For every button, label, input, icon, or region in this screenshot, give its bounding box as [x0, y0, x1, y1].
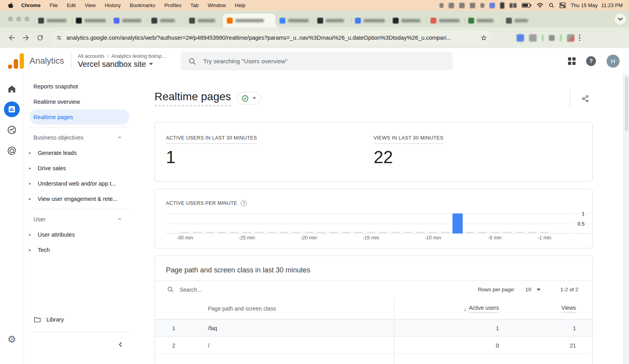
close-window-button[interactable] — [8, 17, 13, 22]
reports-icon[interactable] — [4, 101, 20, 117]
help-circle-icon[interactable]: ? — [241, 200, 247, 206]
extension-icon[interactable] — [549, 35, 555, 41]
advertising-icon[interactable] — [7, 146, 17, 156]
sidebar-item-tech[interactable]: ▸Tech — [24, 242, 134, 257]
menu-edit[interactable]: Edit — [67, 2, 75, 8]
tab[interactable] — [464, 14, 502, 28]
back-button[interactable] — [5, 31, 19, 45]
site-settings-icon[interactable] — [56, 35, 62, 41]
menu-view[interactable]: View — [85, 2, 96, 8]
status-app-icon[interactable] — [480, 3, 484, 8]
tab[interactable] — [313, 14, 351, 28]
rows-per-page-value[interactable]: 10 — [525, 287, 531, 292]
tab[interactable] — [72, 14, 110, 28]
control-center-icon[interactable] — [559, 2, 566, 8]
sidebar-section-user[interactable]: User — [24, 211, 134, 227]
analytics-search-input[interactable] — [202, 57, 446, 65]
avatar[interactable]: H — [607, 55, 620, 68]
breadcrumb-root[interactable]: All accounts — [78, 53, 104, 59]
minimize-window-button[interactable] — [16, 17, 21, 22]
diagnostics-grid-icon[interactable] — [568, 57, 576, 65]
sidebar-item-realtime-pages[interactable]: Realtime pages — [29, 109, 129, 125]
wifi-icon[interactable] — [537, 3, 543, 8]
status-app-icon[interactable] — [489, 3, 495, 8]
analytics-search-bar[interactable] — [181, 52, 453, 70]
sidebar-item-realtime-overview[interactable]: Realtime overview — [24, 94, 134, 109]
property-selector[interactable]: All accounts Analytics testing bot/sp...… — [78, 53, 166, 69]
tab[interactable] — [185, 14, 223, 28]
status-app-icon[interactable] — [470, 3, 475, 8]
tab[interactable] — [110, 14, 147, 28]
tab[interactable] — [427, 14, 464, 28]
column-header-page-path[interactable]: Page path and screen class — [205, 305, 394, 312]
forward-button[interactable] — [19, 31, 33, 45]
battery-icon[interactable] — [522, 3, 532, 8]
zoom-window-button[interactable] — [24, 17, 29, 22]
home-icon[interactable] — [7, 84, 17, 94]
tab[interactable] — [502, 14, 540, 28]
rows-per-page-caret-icon[interactable] — [537, 289, 541, 291]
tab[interactable] — [276, 14, 313, 28]
tab[interactable] — [34, 14, 72, 28]
menu-file[interactable]: File — [50, 2, 58, 8]
menu-window[interactable]: Window — [208, 2, 226, 8]
scrollbar-thumb[interactable] — [625, 76, 628, 131]
metric-label[interactable]: VIEWS IN LAST 30 MINUTES — [374, 135, 443, 144]
menu-history[interactable]: History — [105, 2, 120, 8]
table-search-input[interactable] — [179, 286, 306, 293]
tab[interactable] — [389, 14, 427, 28]
page-scrollbar[interactable] — [623, 74, 629, 364]
column-header-active-users[interactable]: ↓ Active users — [463, 305, 499, 313]
status-app-icon[interactable] — [509, 3, 517, 8]
status-app-icon[interactable] — [440, 3, 443, 8]
table-search[interactable] — [167, 286, 306, 293]
sidebar-item-library[interactable]: Library — [24, 312, 134, 327]
apple-menu-icon[interactable] — [8, 2, 13, 9]
extension-icon[interactable] — [560, 35, 562, 41]
menu-clock[interactable]: Thu 15 May 11:23 PM — [571, 2, 623, 8]
table-row[interactable]: 1/faq11 — [155, 320, 592, 337]
url-text[interactable]: analytics.google.com/analytics/web/?auth… — [66, 35, 476, 41]
status-app-icon[interactable] — [449, 3, 454, 8]
menu-profiles[interactable]: Profiles — [164, 2, 181, 8]
menu-bookmarks[interactable]: Bookmarks — [130, 2, 155, 8]
reload-button[interactable] — [33, 31, 47, 45]
sidebar-item-reports-snapshot[interactable]: Reports snapshot — [24, 79, 134, 94]
menu-help[interactable]: Help — [235, 2, 246, 8]
metric-label[interactable]: ACTIVE USERS IN LAST 30 MINUTES — [166, 135, 257, 144]
analytics-logo[interactable] — [8, 53, 24, 69]
status-app-icon[interactable] — [500, 2, 504, 9]
column-header-views[interactable]: Views — [561, 305, 576, 313]
share-icon[interactable] — [581, 94, 590, 103]
sidebar-item-user-attributes[interactable]: ▸User attributes — [24, 227, 134, 242]
breadcrumb[interactable]: All accounts Analytics testing bot/sp... — [78, 53, 166, 59]
data-quality-pill[interactable] — [237, 92, 261, 105]
collapse-sidebar-icon[interactable] — [117, 341, 124, 348]
extension-icon[interactable] — [542, 35, 544, 41]
menu-tab[interactable]: Tab — [190, 2, 199, 8]
extension-icon[interactable] — [517, 34, 524, 42]
admin-gear-icon[interactable]: ⚙ — [7, 335, 16, 344]
chrome-menu-icon[interactable] — [579, 35, 580, 41]
tab-active[interactable] — [223, 14, 276, 28]
menu-chrome[interactable]: Chrome — [21, 2, 40, 8]
help-icon[interactable]: ? — [586, 56, 596, 66]
tab[interactable] — [147, 14, 185, 28]
status-app-icon[interactable] — [459, 3, 465, 8]
property-name[interactable]: Vercel sandbox site — [78, 60, 146, 69]
extension-icon[interactable] — [567, 34, 574, 42]
breadcrumb-path[interactable]: Analytics testing bot/sp... — [111, 53, 166, 59]
extension-icon[interactable] — [529, 34, 537, 42]
tab[interactable] — [351, 14, 389, 28]
sidebar-item-drive-sales[interactable]: ▸Drive sales — [24, 160, 134, 176]
table-row[interactable]: 2/021 — [155, 337, 592, 354]
spotlight-search-icon[interactable] — [548, 2, 554, 8]
chart-bar[interactable] — [452, 213, 463, 233]
sidebar-section-business-objectives[interactable]: Business objectives — [24, 130, 134, 145]
sidebar-item-view-user-engagement-rete[interactable]: ▸View user engagement & rete... — [24, 191, 134, 206]
bookmark-star-icon[interactable] — [480, 34, 487, 42]
explore-icon[interactable] — [7, 125, 17, 135]
address-bar[interactable]: analytics.google.com/analytics/web/?auth… — [50, 31, 491, 45]
tab-search-button[interactable] — [615, 14, 626, 25]
sidebar-item-generate-leads[interactable]: ▸Generate leads — [24, 145, 134, 160]
